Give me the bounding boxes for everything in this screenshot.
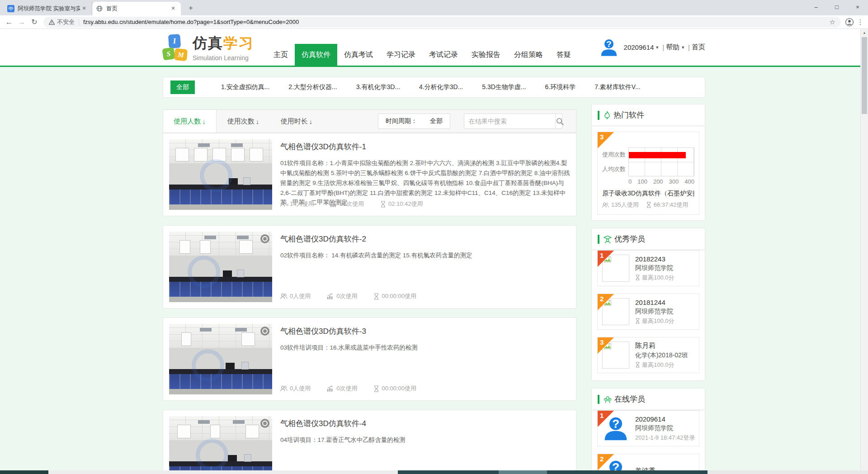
browser-profile-icon[interactable] bbox=[844, 18, 855, 27]
user-area: ? 20209614 ▼ | 帮助 ▼ | 首页 bbox=[599, 37, 705, 58]
category-link-6[interactable]: 6.环境科学 bbox=[545, 83, 576, 91]
time-period-selector[interactable]: 时间周期： 全部 bbox=[378, 114, 450, 129]
software-thumbnail-2[interactable] bbox=[169, 232, 272, 302]
student-name[interactable]: 20181244 bbox=[635, 299, 675, 306]
nav-item-exam-records[interactable]: 考试记录 bbox=[422, 44, 465, 66]
software-card-3: 气相色谱仪3D仿真软件-3 03软件培训项目：16.水果或蔬菜中手性农药的检测 … bbox=[163, 318, 576, 401]
window-close-button[interactable]: × bbox=[847, 0, 868, 15]
nav-item-learning-records[interactable]: 学习记录 bbox=[380, 44, 422, 66]
chart-category-label: 使用次数 bbox=[602, 151, 628, 159]
student-name[interactable]: 陈月莉 bbox=[635, 341, 688, 350]
category-link-1[interactable]: 1.安全虚拟仿真... bbox=[221, 83, 269, 91]
search-icon bbox=[556, 117, 564, 126]
nav-item-group-strategy[interactable]: 分组策略 bbox=[507, 44, 550, 66]
users-icon bbox=[280, 385, 288, 392]
hot-software-item[interactable]: 3 使用次数 人均次数 010020030 bbox=[597, 132, 699, 215]
bookmark-star-icon[interactable]: ☆ bbox=[830, 18, 835, 26]
excellent-student-item-1[interactable]: 1 20182243 阿坝师范学院 最高100.0分 bbox=[597, 250, 699, 286]
rank-badge: 3 bbox=[598, 132, 614, 148]
page-scrollbar[interactable]: ▲ bbox=[860, 29, 868, 470]
logo-blocks-icon: I S M bbox=[163, 34, 188, 61]
software-thumbnail-1[interactable] bbox=[169, 139, 272, 210]
rank-badge: 1 bbox=[598, 411, 614, 427]
software-thumbnail-4[interactable] bbox=[169, 416, 272, 470]
users-icon bbox=[280, 293, 288, 299]
sort-desc-arrow-icon: ↓ bbox=[256, 118, 259, 125]
user-id[interactable]: 20209614 bbox=[624, 43, 654, 51]
hot-software-name[interactable]: 原子吸收3D仿真软件（石墨炉安捷 bbox=[602, 190, 694, 198]
back-button[interactable]: ← bbox=[3, 18, 15, 26]
online-students-panel: 在线学员 1 ? 20209614 阿坝师范学院 2021-1-9 18:47:… bbox=[591, 388, 705, 470]
category-link-5[interactable]: 5.3D生物学虚... bbox=[482, 83, 526, 91]
page-body: 全部 1.安全虚拟仿真... 2.大型分析仪器... 3.有机化学3D... 4… bbox=[0, 67, 868, 470]
software-thumbnail-3[interactable] bbox=[169, 324, 272, 394]
category-link-3[interactable]: 3.有机化学3D... bbox=[356, 83, 400, 91]
hourglass-icon bbox=[373, 385, 379, 392]
browser-menu-icon[interactable]: ⋮ bbox=[855, 18, 865, 26]
user-dropdown-caret-icon[interactable]: ▼ bbox=[655, 45, 659, 50]
window-controls: – □ × bbox=[806, 0, 868, 15]
nav-item-home[interactable]: 主页 bbox=[267, 44, 295, 66]
thumbnail-corner-icon bbox=[260, 234, 269, 243]
site-logo[interactable]: I S M 仿真学习 Simulation Learning bbox=[163, 33, 254, 62]
scrollbar-thumb[interactable] bbox=[862, 37, 867, 114]
nav-item-simulation-exam[interactable]: 仿真考试 bbox=[337, 44, 380, 66]
browser-tab-1[interactable]: 中 阿坝师范学院 实验室与实践教学 × bbox=[4, 2, 92, 15]
sort-tab-duration[interactable]: 使用时长↓ bbox=[270, 110, 323, 133]
tab1-title: 阿坝师范学院 实验室与实践教学 bbox=[18, 5, 80, 13]
student-name[interactable]: 20182243 bbox=[635, 255, 675, 263]
student-name[interactable]: 姜波秀 bbox=[635, 467, 656, 470]
nav-item-qa[interactable]: 答疑 bbox=[550, 44, 578, 66]
hourglass-icon bbox=[646, 202, 651, 208]
logo-title: 仿真学习 bbox=[193, 33, 254, 53]
nav-item-simulation-software[interactable]: 仿真软件 bbox=[295, 44, 337, 66]
online-student-item-2[interactable]: 2 ? 姜波秀 bbox=[597, 454, 699, 470]
security-label[interactable]: 不安全 bbox=[57, 18, 75, 26]
student-score: 最高100.0分 bbox=[635, 361, 688, 369]
software-title[interactable]: 气相色谱仪3D仿真软件-4 bbox=[280, 418, 570, 429]
hourglass-icon bbox=[635, 362, 640, 368]
category-all-button[interactable]: 全部 bbox=[170, 81, 195, 94]
panel-accent-bar bbox=[598, 111, 599, 120]
bottom-taskbar-strip bbox=[0, 470, 868, 474]
sort-tab-times[interactable]: 使用次数↓ bbox=[217, 110, 270, 133]
sort-tab-users[interactable]: 使用人数↓ bbox=[163, 110, 217, 133]
divider: | bbox=[688, 43, 690, 51]
software-title[interactable]: 气相色谱仪3D仿真软件-1 bbox=[280, 142, 570, 152]
window-minimize-button[interactable]: – bbox=[806, 0, 826, 15]
online-student-item-1[interactable]: 1 ? 20209614 阿坝师范学院 2021-1-9 18:47:42登录 bbox=[597, 410, 699, 446]
url-text[interactable]: fzsy.abtu.edu.cn/student/emulate/home.do… bbox=[83, 19, 826, 25]
hot-software-panel: 热门软件 3 使用次数 人均次数 bbox=[591, 104, 705, 221]
help-dropdown-caret-icon[interactable]: ▼ bbox=[681, 45, 685, 50]
tab2-title: 首页 bbox=[106, 5, 169, 13]
forward-button[interactable]: → bbox=[15, 18, 28, 26]
software-title[interactable]: 气相色谱仪3D仿真软件-3 bbox=[280, 326, 570, 337]
online-students-icon bbox=[603, 395, 612, 404]
search-input[interactable] bbox=[464, 114, 555, 128]
category-link-4[interactable]: 4.分析化学3D... bbox=[419, 83, 463, 91]
new-tab-button[interactable]: + bbox=[184, 2, 197, 15]
category-link-2[interactable]: 2.大型分析仪器... bbox=[288, 83, 337, 91]
tab1-close-icon[interactable]: × bbox=[80, 5, 88, 13]
window-maximize-button[interactable]: □ bbox=[826, 0, 847, 15]
thumbnail-corner-icon bbox=[260, 327, 269, 336]
browser-tab-2[interactable]: 首页 × bbox=[92, 2, 181, 15]
search-button[interactable] bbox=[555, 114, 564, 128]
category-link-7[interactable]: 7.素材库软件V... bbox=[594, 83, 640, 91]
excellent-student-item-3[interactable]: 3 陈月莉 化学(本)2018-02班 最高100.0分 bbox=[597, 337, 699, 373]
student-name[interactable]: 20209614 bbox=[635, 415, 695, 423]
user-avatar[interactable]: ? bbox=[599, 37, 619, 58]
address-bar[interactable]: 不安全 fzsy.abtu.edu.cn/student/emulate/hom… bbox=[43, 17, 841, 28]
student-org: 阿坝师范学院 bbox=[635, 424, 695, 432]
excellent-student-item-2[interactable]: 2 20181244 阿坝师范学院 最高100.0分 bbox=[597, 294, 699, 330]
reload-button[interactable]: ↻ bbox=[28, 18, 41, 26]
student-login-time: 2021-1-9 18:47:42登录 bbox=[635, 434, 695, 442]
tab2-close-icon[interactable]: × bbox=[169, 5, 177, 13]
software-title[interactable]: 气相色谱仪3D仿真软件-2 bbox=[280, 234, 570, 244]
divider: | bbox=[662, 43, 664, 51]
scrollbar-up-arrow-icon[interactable]: ▲ bbox=[861, 29, 868, 35]
help-link[interactable]: 帮助 bbox=[666, 43, 679, 52]
result-search-box bbox=[464, 114, 562, 129]
nav-item-lab-reports[interactable]: 实验报告 bbox=[465, 44, 507, 66]
home-link[interactable]: 首页 bbox=[692, 43, 705, 52]
